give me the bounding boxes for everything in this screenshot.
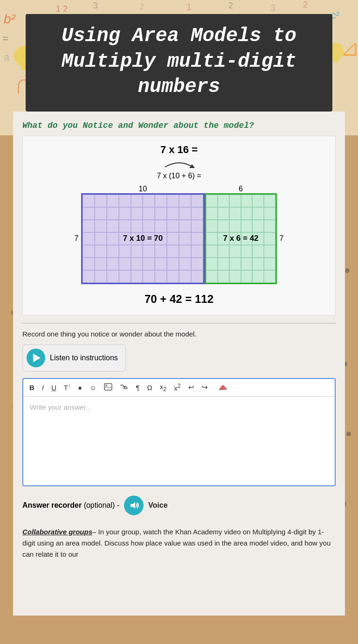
left-grid-label: 7 x 10 = 70 (123, 234, 163, 243)
grid-cell (241, 220, 253, 232)
grid-cell (218, 207, 229, 220)
collab-groups-link[interactable]: Collaborative groups (22, 528, 92, 536)
grid-cell (95, 207, 107, 220)
omega-button[interactable]: Ω (145, 383, 154, 392)
grid-cell (229, 258, 241, 270)
subscript-button[interactable]: x2 (158, 382, 169, 393)
grid-cell (143, 245, 155, 258)
grid-cell (241, 245, 253, 258)
grid-cell (131, 258, 143, 270)
svg-marker-31 (131, 502, 135, 509)
link-icon (120, 384, 128, 390)
grid-cell (107, 232, 119, 245)
grid-cell (83, 245, 95, 258)
grid-cell (264, 258, 275, 270)
grid-cell (119, 195, 131, 207)
editor-wrapper: B I U T↕ ● ☺ ¶ (22, 378, 336, 486)
grid-cell (179, 270, 191, 283)
top-labels: 10 6 (81, 185, 286, 193)
grid-cell (83, 220, 95, 232)
grid-cell (119, 207, 131, 220)
final-equation: 70 + 42 = 112 (28, 293, 330, 306)
grid-cell (131, 220, 143, 232)
color-button[interactable]: ● (76, 383, 84, 392)
grid-cell (131, 245, 143, 258)
svg-text:1: 1 (186, 2, 192, 12)
image-button[interactable] (102, 382, 115, 393)
link-button[interactable] (117, 383, 131, 392)
paragraph-button[interactable]: ¶ (133, 383, 142, 392)
notice-wonder-label: What do you Notice and Wonder about the … (22, 121, 336, 130)
grid-cell (252, 220, 264, 232)
grid-cell (229, 270, 241, 283)
grid-cell (95, 270, 107, 283)
grid-cell (119, 270, 131, 283)
grid-cell (206, 207, 218, 220)
text-size-button[interactable]: T↕ (62, 382, 73, 392)
grid-cell (191, 245, 203, 258)
grid-cell (179, 258, 191, 270)
redo-button[interactable]: ↪ (200, 382, 210, 392)
grid-cell (191, 220, 203, 232)
top-label-left: 10 (81, 185, 205, 193)
top-label-right: 6 (205, 185, 277, 193)
listen-btn-label: Listen to instructions (50, 354, 118, 362)
arrow-row (28, 158, 330, 171)
side-label-right: 7 (277, 234, 286, 243)
grid-cell (206, 195, 218, 207)
left-grid: 7 x 10 = 70 (81, 193, 205, 284)
grid-cell (241, 207, 253, 220)
svg-text:1 2: 1 2 (56, 4, 68, 14)
grid-cell (167, 270, 179, 283)
svg-point-28 (105, 385, 107, 386)
grid-cell (143, 195, 155, 207)
grid-cell (264, 207, 275, 220)
superscript-button[interactable]: x2 (172, 382, 183, 393)
grid-cell (107, 270, 119, 283)
grid-cell (229, 220, 241, 232)
grid-cell (155, 220, 167, 232)
grid-cell (107, 207, 119, 220)
grid-cell (119, 245, 131, 258)
grid-cell (218, 220, 229, 232)
grid-cell (218, 245, 229, 258)
svg-text:2: 2 (228, 1, 233, 10)
play-triangle-icon (33, 354, 41, 362)
grid-cell (95, 245, 107, 258)
italic-button[interactable]: I (40, 383, 46, 392)
grid-cell (252, 270, 264, 283)
voice-button[interactable] (124, 496, 144, 515)
grid-cell (218, 258, 229, 270)
grid-cell (179, 195, 191, 207)
svg-rect-27 (104, 384, 112, 390)
grid-cell (167, 258, 179, 270)
grid-cell (167, 195, 179, 207)
grid-cell (155, 195, 167, 207)
grid-cell (131, 195, 143, 207)
answer-recorder-label: Answer recorder (optional) - (22, 501, 119, 510)
svg-text:3: 3 (93, 1, 98, 10)
grid-cell (179, 245, 191, 258)
grid-cell (83, 195, 95, 207)
grid-cell (131, 270, 143, 283)
grid-cell (264, 232, 275, 245)
grid-cell (143, 258, 155, 270)
speaker-icon (129, 500, 139, 511)
grid-cell (107, 258, 119, 270)
grid-cell (167, 220, 179, 232)
undo-button[interactable]: ↩ (186, 382, 197, 392)
svg-point-19 (345, 268, 350, 273)
grid-cell (252, 245, 264, 258)
svg-text:2: 2 (140, 3, 144, 11)
svg-text:a: a (4, 51, 10, 63)
svg-text:2: 2 (303, 0, 308, 9)
eraser-button[interactable] (216, 382, 230, 393)
emoji-button[interactable]: ☺ (87, 383, 99, 392)
bold-button[interactable]: B (27, 383, 37, 392)
editor-area[interactable]: Write your answer... (23, 397, 335, 485)
underline-button[interactable]: U (49, 383, 59, 392)
grid-cell (264, 220, 275, 232)
listen-to-instructions-button[interactable]: Listen to instructions (22, 344, 126, 371)
editor-placeholder: Write your answer... (30, 403, 91, 411)
grid-cell (241, 258, 253, 270)
